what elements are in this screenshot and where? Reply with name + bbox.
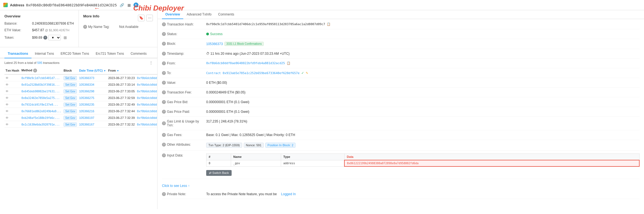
confirmations-badge: 3331 L1 Block Confirmations [224,42,264,46]
right-tab-comments[interactable]: Comments [215,10,237,19]
row-eye-icon[interactable]: 👁 [6,90,9,93]
tx-details: ? Transaction Hash: 0xf90e9c1d7cbb5401d7… [158,19,644,205]
transactions-table-area: Latest 25 from a total of 595 transactio… [0,58,157,209]
row-eye-icon[interactable]: 👁 [6,83,9,86]
block-number-link[interactable]: 105366373 [206,42,223,46]
bookmark-icon[interactable]: 🔖 [138,15,145,21]
edit-icon[interactable]: ✎ [306,71,308,75]
tab-internal-txns[interactable]: Internal Txns [32,49,57,58]
cell-datetime: 2023-06-27 7:32:32 [107,121,136,128]
from-sort[interactable]: ▼ [117,69,119,72]
table-row: 👁 0x1c1630e6da3920791e... Set Gov 105366… [4,121,157,128]
gaspricebid-row: ? Gas Price Bid: 0.000000001 ETH (0.1 Gw… [162,100,640,107]
main-container: Overview Balance: 0.24093010681307936 ET… [0,10,644,209]
cell-datetime: 2023-06-27 7:33:05 [107,88,136,95]
method-badge[interactable]: Set Gov [64,122,77,127]
logged-in-link[interactable]: Logged In [281,192,296,196]
txhash-link[interactable]: 0xb248af5e188b19fb6c... [22,116,60,119]
row-eye-icon[interactable]: 👁 [6,76,9,80]
tab-erc721[interactable]: Erc721 Token Txns [92,49,127,58]
cell-datetime: 2023-06-27 7:32:44 [107,108,136,114]
transactions-table: Txn Hash Method i Block Date Time (UTC) … [4,67,157,128]
to-help: ? [162,71,166,75]
right-tab-advanced[interactable]: Advanced TxInfo [183,10,215,19]
tab-comments[interactable]: Comments [127,49,150,58]
from-copy[interactable]: 📋 [287,61,290,65]
click-less-row: Click to see Less ↑ [162,182,640,190]
txhash-link[interactable]: 0xf90e9c1d7cbb5401d7... [22,77,60,80]
block-link[interactable]: 105366216 [79,109,94,113]
row-eye-icon[interactable]: 👁 [6,123,9,126]
cell-block: 105366275 [78,95,107,101]
from-help: ? [162,61,166,65]
from-link[interactable]: 0xf0b6dcb0ddf0ae06480... [137,90,157,93]
value-label: ? Value: [162,81,206,85]
row-eye-icon[interactable]: 👁 [6,103,9,106]
row-eye-icon[interactable]: 👁 [6,116,9,119]
block-label: ? Block: [162,42,206,46]
col-dir [136,67,157,74]
txhash-link[interactable]: 0x7932dcb91f8e137e0... [22,103,58,106]
cell-eye: 👁 [4,101,20,108]
to-address-link[interactable]: Contract 0x913ab5e785a1c252b659be6733640… [206,71,300,75]
txhash-copy[interactable]: 📋 [327,22,331,26]
block-link[interactable]: 105366373 [79,76,94,80]
gasfees-row: ? Gas Fees: Base: 0.1 Gwei | Max: 0.1265… [162,133,640,140]
block-link[interactable]: 105366197 [79,116,94,119]
txhash-link[interactable]: 0x91a2528b03b3f39816... [22,83,60,86]
timestamp-help: ? [162,52,166,56]
txhash-link[interactable]: 0x0a32463e7850e5a275... [22,96,60,100]
method-badge[interactable]: Set Gov [64,116,77,120]
method-badge[interactable]: Set Gov [64,83,77,87]
cell-txhash: 0x1c1630e6da3920791e... [20,121,63,128]
block-link[interactable]: 105366275 [79,96,94,100]
cell-from: 0xf0b6dcb0ddf0ae06480... [136,81,157,88]
from-link[interactable]: 0xf0b6dcb0ddf0ae06480... [137,123,157,126]
method-badge[interactable]: Set Gov [64,89,77,93]
from-link[interactable]: 0xf0b6dcb0ddf0ae06480... [137,110,157,113]
privatenote-label: ? Private Note: [162,192,206,196]
gasfees-label: ? Gas Fees: [162,133,206,137]
click-to-see-less[interactable]: Click to see Less ↑ [162,184,190,188]
from-link[interactable]: 0xf0b6dcb0ddf0ae06480... [137,103,157,106]
gaspricebid-label: ? Gas Price Bid: [162,100,206,104]
method-badge[interactable]: Set Gov [64,76,77,80]
token-select[interactable]: ▼ [48,35,61,40]
tab-transactions[interactable]: Transactions [4,49,32,58]
input-col-name: Name [231,154,281,160]
more-icon[interactable]: ⋯ [146,15,153,21]
from-link[interactable]: 0xf0b6dcb0ddf0ae06480... [137,83,157,86]
txfee-help: ? [162,90,166,94]
block-link[interactable]: 105366235 [79,103,94,106]
row-eye-icon[interactable]: 👁 [6,96,9,100]
block-link[interactable]: 105366167 [79,123,94,126]
method-badge[interactable]: Set Gov [64,96,77,100]
block-link[interactable]: 105366334 [79,83,94,86]
from-link[interactable]: 0xf0b6dcb0ddf0ae06480... [137,77,157,80]
txhash-link[interactable]: 0x76601ed862e0249b4a9... [22,110,62,113]
switch-back-button[interactable]: ⇄ Switch Back [206,170,232,176]
cell-block: 105366235 [78,101,107,108]
from-link[interactable]: 0xf0b6dcb0ddf0ae06480... [137,96,157,100]
txhash-label: ? Transaction Hash: [162,22,206,26]
from-link[interactable]: 0xf0b6dcb0ddf0ae06480... [137,116,157,119]
inputdata-table-container: # Name Type Data 0 _gov addr [206,153,640,167]
txhash-link[interactable]: 0x645deb90002be1f631... [22,90,60,93]
timestamp-row: ? Timestamp: ⏱ 11 hrs 20 mins ago (Jun-2… [162,52,640,59]
block-link[interactable]: 105366298 [79,90,94,93]
txhash-link[interactable]: 0x1c1630e6da3920791e... [22,123,60,126]
method-badge[interactable]: Set Gov [64,109,77,113]
tab-erc20[interactable]: ERC20 Token Txns [57,49,92,58]
transactions-tbody: 👁 0xf90e9c1d7cbb5401d7... Set Gov 105366… [4,74,157,128]
row-eye-icon[interactable]: 👁 [6,109,9,113]
method-badge[interactable]: Set Gov [64,103,77,107]
value-value: 0 ETH ($0.00) [206,81,640,85]
grid-icon[interactable]: ⊞ [64,35,67,40]
block-row: ? Block: 105366373 3331 L1 Block Confirm… [162,42,640,49]
settings-icon[interactable]: ⋮ [149,61,153,65]
total-count[interactable]: 595 [37,61,42,64]
token-help-icon[interactable]: ? [43,36,47,40]
token-label: Token: [4,36,32,40]
from-address-link[interactable]: 0xf0b6dcb0ddf0ae0648022bfd9feb4a881d32ac… [206,61,285,65]
overview-section: Overview Balance: 0.24093010681307936 ET… [0,10,79,47]
